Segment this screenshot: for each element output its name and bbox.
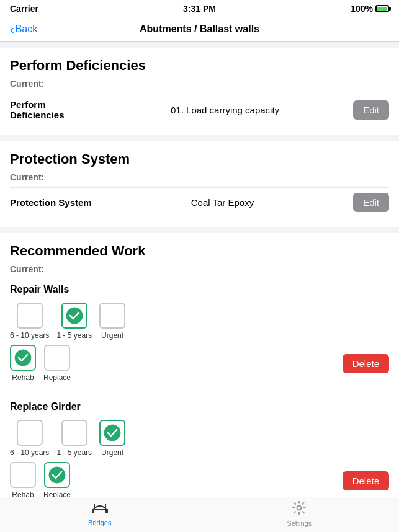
repair-walls-610-group: 6 - 10 years	[10, 303, 49, 340]
replace-girder-610-group: 6 - 10 years	[10, 420, 49, 457]
svg-rect-6	[105, 504, 106, 510]
replace-girder-610-checkbox[interactable]	[17, 420, 43, 446]
carrier-label: Carrier	[10, 4, 38, 14]
replace-girder-15-group: 1 - 5 years	[56, 420, 92, 457]
replace-girder-delete-button[interactable]: Delete	[343, 471, 389, 490]
perform-deficiencies-edit-button[interactable]: Edit	[353, 100, 389, 120]
nav-title: Abutments / Ballast walls	[140, 24, 259, 35]
repair-walls-label: Repair Walls	[10, 284, 389, 295]
work-item-repair-walls: Repair Walls 6 - 10 years 1 - 5 years	[10, 284, 389, 382]
protection-system-row-value: Coal Tar Epoxy	[191, 197, 254, 208]
svg-rect-5	[94, 504, 95, 510]
tab-settings[interactable]: Settings	[200, 501, 400, 527]
repair-walls-610-checkbox[interactable]	[17, 303, 43, 329]
svg-point-1	[15, 350, 31, 366]
replace-girder-15-checkbox[interactable]	[61, 420, 87, 446]
time-label: 3:31 PM	[183, 4, 216, 14]
settings-tab-label: Settings	[287, 520, 312, 527]
checkmark-icon	[66, 307, 83, 324]
perform-deficiencies-row-label: Perform Deficiencies	[10, 99, 97, 120]
perform-deficiencies-section: Perform Deficiencies Current: Perform De…	[0, 48, 399, 135]
repair-walls-15-label: 1 - 5 years	[56, 331, 92, 340]
svg-point-9	[297, 506, 302, 510]
checkmark-icon	[14, 349, 32, 366]
replace-girder-urgent-label: Urgent	[101, 448, 123, 457]
protection-system-row-label: Protection System	[10, 197, 92, 208]
perform-deficiencies-title: Perform Deficiencies	[10, 58, 389, 74]
repair-walls-replace-label: Replace	[43, 373, 71, 382]
perform-deficiencies-current-label: Current:	[10, 79, 389, 89]
recommended-work-current-label: Current:	[10, 264, 389, 274]
work-item-replace-girder: Replace Girder 6 - 10 years 1 - 5 years	[10, 401, 389, 499]
gear-svg	[292, 501, 306, 515]
repair-walls-replace-group: Replace	[43, 345, 71, 382]
repair-walls-15-checkbox[interactable]	[61, 303, 87, 329]
repair-walls-rehab-label: Rehab	[12, 373, 34, 382]
repair-walls-row1: 6 - 10 years 1 - 5 years Urgent	[10, 303, 389, 340]
recommended-work-title: Recommended Work	[10, 243, 389, 259]
replace-girder-610-label: 6 - 10 years	[10, 448, 49, 457]
replace-girder-rehab-checkbox[interactable]	[10, 462, 36, 488]
bridge-svg	[92, 502, 108, 514]
bridges-icon	[92, 502, 108, 518]
svg-rect-8	[105, 510, 108, 513]
protection-system-section: Protection System Current: Protection Sy…	[0, 141, 399, 227]
protection-system-current-label: Current:	[10, 172, 389, 182]
repair-walls-urgent-group: Urgent	[99, 303, 125, 340]
protection-system-title: Protection System	[10, 151, 389, 167]
replace-girder-label: Replace Girder	[10, 401, 389, 412]
replace-girder-row2: Rehab Replace Delete	[10, 462, 389, 499]
repair-walls-rehab-group: Rehab	[10, 345, 36, 382]
replace-girder-replace-group: Replace	[43, 462, 71, 499]
status-bar: Carrier 3:31 PM 100%	[0, 0, 399, 17]
svg-point-2	[104, 425, 120, 441]
recommended-work-section: Recommended Work Current: Repair Walls 6…	[0, 233, 399, 509]
replace-girder-rehab-group: Rehab	[10, 462, 36, 499]
svg-rect-7	[92, 510, 94, 513]
repair-walls-delete-button[interactable]: Delete	[343, 354, 389, 373]
repair-walls-15-group: 1 - 5 years	[56, 303, 92, 340]
tab-bar: Bridges Settings	[0, 497, 399, 532]
tab-bridges[interactable]: Bridges	[0, 502, 200, 526]
checkmark-icon	[104, 424, 121, 441]
repair-walls-row2-left: Rehab Replace	[10, 345, 71, 382]
svg-point-0	[66, 308, 83, 324]
repair-walls-rehab-checkbox[interactable]	[10, 345, 36, 371]
protection-system-edit-button[interactable]: Edit	[353, 193, 389, 212]
replace-girder-replace-checkbox[interactable]	[44, 462, 70, 488]
perform-deficiencies-row-value: 01. Load carrying capacity	[171, 105, 279, 115]
back-button[interactable]: ‹ Back	[10, 23, 37, 35]
back-label: Back	[16, 24, 38, 35]
checkmark-icon	[48, 466, 66, 484]
repair-walls-urgent-label: Urgent	[101, 331, 123, 340]
replace-girder-urgent-group: Urgent	[99, 420, 125, 457]
replace-girder-row2-left: Rehab Replace	[10, 462, 71, 499]
settings-icon	[292, 501, 306, 518]
status-indicators: 100%	[351, 4, 389, 14]
perform-deficiencies-row: Perform Deficiencies 01. Load carrying c…	[10, 94, 389, 125]
repair-walls-urgent-checkbox[interactable]	[99, 303, 125, 329]
chevron-left-icon: ‹	[10, 23, 14, 35]
replace-girder-urgent-checkbox[interactable]	[99, 420, 125, 446]
battery-label: 100%	[351, 4, 373, 14]
content-area: Perform Deficiencies Current: Perform De…	[0, 48, 399, 532]
replace-girder-row1: 6 - 10 years 1 - 5 years Urgent	[10, 420, 389, 457]
repair-walls-row2: Rehab Replace Delete	[10, 345, 389, 382]
repair-walls-610-label: 6 - 10 years	[10, 331, 49, 340]
bridges-tab-label: Bridges	[88, 519, 111, 526]
repair-walls-replace-checkbox[interactable]	[44, 345, 70, 371]
nav-bar: ‹ Back Abutments / Ballast walls	[0, 17, 399, 42]
protection-system-row: Protection System Coal Tar Epoxy Edit	[10, 187, 389, 217]
work-item-divider	[10, 391, 389, 391]
svg-point-3	[49, 467, 65, 483]
battery-icon	[375, 5, 389, 12]
replace-girder-15-label: 1 - 5 years	[56, 448, 92, 457]
